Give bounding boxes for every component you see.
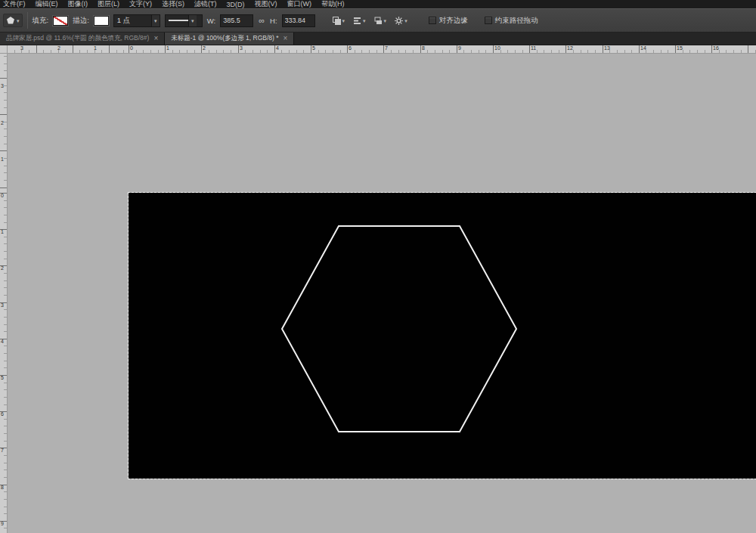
stroke-width-value: 1 点 <box>114 16 151 26</box>
close-icon[interactable]: × <box>284 35 288 42</box>
ruler-label: 3 <box>240 45 243 51</box>
ruler-label: 4 <box>1 339 4 344</box>
pasteboard <box>8 54 756 533</box>
shape-settings-gear-button[interactable]: ▾ <box>392 14 409 27</box>
stroke-style-select[interactable]: ▾ <box>165 14 203 27</box>
solid-line-icon <box>169 20 188 21</box>
gear-icon <box>394 16 404 26</box>
document-tab-bar: 品牌家居.psd @ 11.6%(半圆 的颜色填充, RGB/8#) × 未标题… <box>0 33 756 45</box>
ruler-label: 10 <box>494 45 500 51</box>
width-label: W: <box>207 17 215 25</box>
tab-title: 品牌家居.psd @ 11.6%(半圆 的颜色填充, RGB/8#) <box>6 34 149 43</box>
ruler-label: 1 <box>1 229 4 234</box>
document-canvas[interactable] <box>129 193 756 479</box>
stroke-width-select[interactable]: 1 点 ▾ <box>113 14 160 27</box>
ruler-label: 9 <box>458 45 461 51</box>
chevron-down-icon: ▾ <box>154 18 157 23</box>
ruler-label: 8 <box>422 45 425 51</box>
path-arrange-button[interactable]: ▾ <box>372 14 389 27</box>
ruler-label: 8 <box>1 485 4 490</box>
vertical-ruler[interactable]: 3 2 1 0 1 2 3 4 5 6 7 8 9 <box>0 54 8 533</box>
ruler-label: 5 <box>1 375 4 380</box>
chevron-down-icon: ▾ <box>363 18 366 23</box>
ruler-label: 3 <box>1 83 4 88</box>
ruler-label: 15 <box>677 45 683 51</box>
ruler-label: 2 <box>1 120 4 126</box>
tab-title: 未标题-1 @ 100%(多边形 1, RGB/8) * <box>171 34 278 43</box>
horizontal-ruler[interactable]: 3 2 1 0 1 2 3 4 5 6 7 8 9 10 11 12 13 14… <box>8 45 756 54</box>
chevron-down-icon: ▾ <box>404 18 407 23</box>
width-input[interactable] <box>220 14 253 27</box>
link-dimensions-icon[interactable]: ∞ <box>258 17 265 25</box>
tool-preset-picker[interactable]: ▾ <box>3 14 23 27</box>
ruler-label: 2 <box>57 45 60 51</box>
ruler-label: 0 <box>130 45 133 51</box>
path-alignment-button[interactable]: ▾ <box>351 14 367 27</box>
chevron-down-icon: ▾ <box>191 18 194 23</box>
ruler-major-ticks <box>0 54 7 533</box>
photoshop-window: 文件(F) 编辑(E) 图像(I) 图层(L) 文字(Y) 选择(S) 滤镜(T… <box>0 0 756 533</box>
menu-bar: 文件(F) 编辑(E) 图像(I) 图层(L) 文字(Y) 选择(S) 滤镜(T… <box>0 0 756 8</box>
ruler-label: 4 <box>276 45 279 51</box>
menu-3d[interactable]: 3D(D) <box>227 1 245 8</box>
polygon-tool-icon <box>6 16 15 25</box>
constrain-path-option: 约束路径拖动 <box>485 16 538 26</box>
align-edges-label: 对齐边缘 <box>439 16 468 26</box>
ruler-label: 1 <box>166 45 169 51</box>
ruler-label: 12 <box>567 45 573 51</box>
ruler-label: 9 <box>1 521 4 526</box>
chevron-down-icon: ▾ <box>342 18 345 23</box>
ruler-label: 3 <box>20 45 23 51</box>
ruler-label: 11 <box>531 45 536 51</box>
constrain-path-label: 约束路径拖动 <box>495 16 538 26</box>
divider <box>27 12 28 29</box>
path-arrange-icon <box>373 16 383 26</box>
chevron-down-icon: ▾ <box>384 18 387 23</box>
fill-color-swatch[interactable] <box>53 16 68 26</box>
height-label: H: <box>270 17 277 25</box>
ruler-label: 7 <box>1 448 4 453</box>
ruler-label: 1 <box>1 156 4 162</box>
tab-document-1[interactable]: 品牌家居.psd @ 11.6%(半圆 的颜色填充, RGB/8#) × <box>0 33 165 45</box>
ruler-label: 13 <box>604 45 610 51</box>
chevron-down-icon: ▾ <box>17 18 20 23</box>
ruler-label: 0 <box>1 193 4 198</box>
ruler-corner[interactable] <box>0 45 8 54</box>
stroke-color-swatch[interactable] <box>94 16 109 26</box>
ruler-label: 14 <box>640 45 646 51</box>
constrain-path-checkbox[interactable] <box>485 17 492 24</box>
options-bar: ▾ 填充: 描边: 1 点 ▾ ▾ W: ∞ H: ▾ <box>0 8 756 33</box>
hexagon-shape <box>129 193 756 479</box>
height-input[interactable] <box>282 14 315 27</box>
ruler-label: 7 <box>385 45 388 51</box>
tab-document-2[interactable]: 未标题-1 @ 100%(多边形 1, RGB/8) * × <box>165 33 294 45</box>
stroke-label: 描边: <box>73 16 89 26</box>
path-operations-button[interactable]: ▾ <box>330 14 347 27</box>
close-icon[interactable]: × <box>153 35 158 42</box>
ruler-label: 6 <box>1 411 4 417</box>
path-alignment-icon <box>352 16 362 26</box>
ruler-label: 5 <box>312 45 315 51</box>
ruler-label: 6 <box>349 45 352 51</box>
fill-label: 填充: <box>33 16 49 26</box>
ruler-label: 3 <box>1 302 4 308</box>
ruler-label: 1 <box>94 45 97 51</box>
ruler-label: 2 <box>1 265 4 271</box>
align-edges-option: 对齐边缘 <box>429 16 468 26</box>
align-edges-checkbox[interactable] <box>429 17 436 24</box>
path-operations-icon <box>332 16 342 26</box>
ruler-label: 2 <box>203 45 206 51</box>
ruler-label: 16 <box>713 45 719 51</box>
